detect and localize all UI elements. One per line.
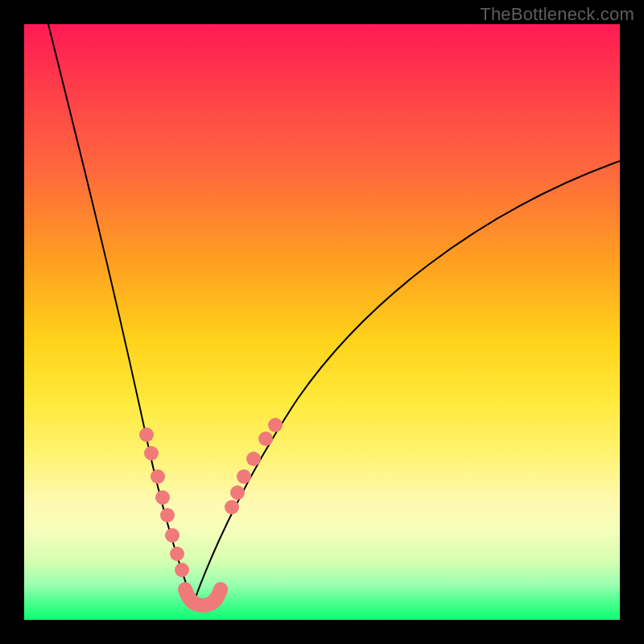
dot	[268, 418, 283, 432]
dot	[175, 563, 189, 577]
right-curve	[193, 161, 620, 604]
watermark-text: TheBottleneck.com	[480, 4, 634, 25]
dot	[160, 508, 175, 522]
dots-left	[139, 427, 189, 577]
dot	[144, 446, 159, 460]
dots-right	[225, 418, 283, 514]
dot	[165, 528, 180, 543]
dot	[139, 427, 154, 442]
plot-area	[24, 24, 620, 620]
dot	[237, 469, 251, 484]
dot	[230, 485, 245, 500]
dot	[155, 490, 170, 505]
bottom-worm	[185, 589, 221, 605]
chart-frame: TheBottleneck.com	[0, 0, 644, 644]
dot	[258, 431, 273, 446]
chart-svg	[24, 24, 620, 620]
dot	[225, 500, 239, 514]
dot	[246, 452, 261, 466]
dot	[151, 469, 165, 484]
dot	[170, 547, 184, 561]
